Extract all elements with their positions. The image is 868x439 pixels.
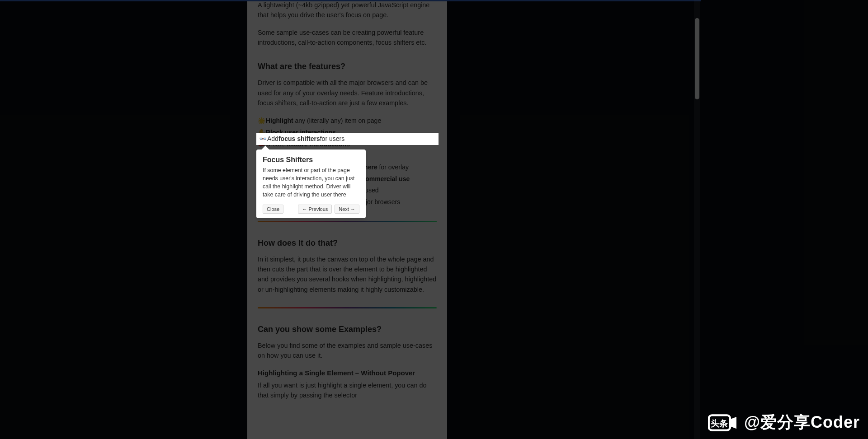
svg-text:头条: 头条 xyxy=(711,418,728,428)
feature-item-highlight: 🌟Highlight any (literally any) item on p… xyxy=(258,115,437,127)
popover-description: If some element or part of the page need… xyxy=(263,167,359,199)
features-desc: Driver is compatible with all the major … xyxy=(258,78,437,108)
example-sub-heading: Highlighting a Single Element – Without … xyxy=(258,369,437,377)
content-column: A lightweight (~4kb gzipped) yet powerfu… xyxy=(247,0,447,439)
page-loading-bar xyxy=(0,0,701,1)
toutiao-logo-icon: 头条 xyxy=(708,413,740,433)
page-scrollbar-thumb[interactable] xyxy=(695,18,699,99)
intro-paragraph-1: A lightweight (~4kb gzipped) yet powerfu… xyxy=(258,0,437,20)
examples-heading: Can you show some Examples? xyxy=(258,325,437,334)
driver-highlighted-element[interactable]: 👓Add focus shifters for users xyxy=(256,133,439,145)
star-icon: 🌟 xyxy=(258,116,266,126)
glasses-icon: 👓 xyxy=(259,135,267,142)
popover-footer: Close ← Previous Next → xyxy=(263,205,359,214)
how-desc: In it simplest, it puts the canvas on to… xyxy=(258,254,437,294)
next-button[interactable]: Next → xyxy=(335,205,359,214)
page-scrollbar-track[interactable] xyxy=(694,0,700,439)
previous-button[interactable]: ← Previous xyxy=(298,205,332,214)
popover-title: Focus Shifters xyxy=(263,156,359,164)
features-heading: What are the features? xyxy=(258,62,437,71)
watermark-text: @爱分享Coder xyxy=(744,411,860,434)
section-divider xyxy=(258,221,437,222)
examples-desc: Below you find some of the examples and … xyxy=(258,341,437,361)
example-sub-desc: If all you want is just highlight a sing… xyxy=(258,380,437,401)
watermark: 头条 @爱分享Coder xyxy=(708,411,860,434)
intro-paragraph-2: Some sample use-cases can be creating po… xyxy=(258,28,437,48)
section-divider xyxy=(258,307,437,308)
close-button[interactable]: Close xyxy=(263,205,283,214)
how-heading: How does it do that? xyxy=(258,238,437,248)
driver-popover: Focus Shifters If some element or part o… xyxy=(256,149,366,218)
